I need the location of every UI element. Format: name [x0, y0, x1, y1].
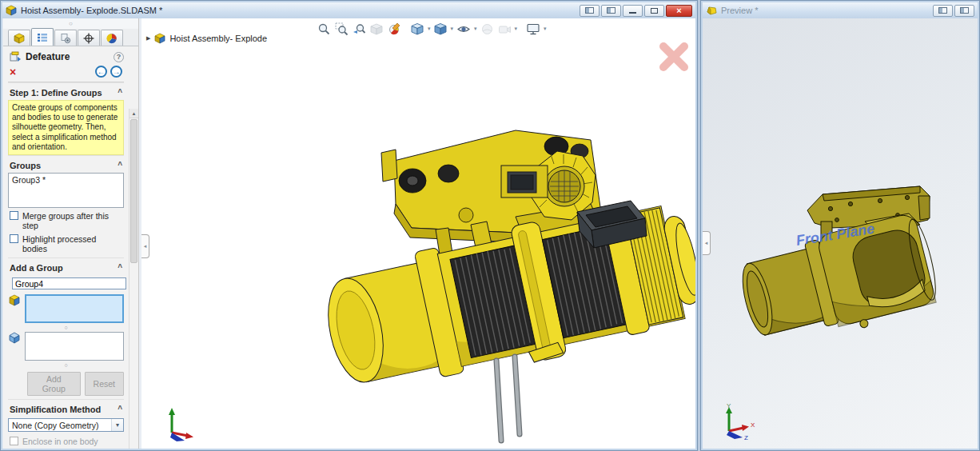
- simplification-method-dropdown[interactable]: None (Copy Geometry) ▾: [8, 418, 124, 432]
- assembly-icon: [14, 33, 25, 44]
- components-selection-icon: [8, 294, 21, 306]
- scroll-up-arrow[interactable]: ▲: [129, 109, 138, 118]
- chevron-down-icon: ▾: [111, 419, 123, 431]
- panel-drag-handle[interactable]: ○: [3, 18, 138, 29]
- restore-icon: [651, 8, 658, 14]
- groups-section-header[interactable]: Groups ^: [8, 155, 124, 173]
- close-button[interactable]: ×: [666, 5, 692, 17]
- property-list-icon: [37, 32, 48, 43]
- preview-graphics-area[interactable]: ◂: [703, 18, 978, 449]
- preview-window-titlebar[interactable]: Preview *: [703, 2, 978, 18]
- chevron-up-icon[interactable]: ^: [118, 406, 122, 413]
- panel-scrollbar[interactable]: ▲: [129, 109, 138, 449]
- chevron-up-icon[interactable]: ^: [118, 265, 122, 271]
- back-step-button[interactable]: ←: [95, 66, 107, 78]
- pane-icon: [585, 7, 594, 14]
- hoist-assembly-model[interactable]: [141, 18, 695, 449]
- close-icon: ×: [676, 6, 681, 15]
- merge-groups-checkbox-row[interactable]: Merge groups after this step: [8, 208, 124, 231]
- group-name-input[interactable]: [12, 277, 126, 289]
- checkbox-disabled: [10, 437, 18, 445]
- components-selection-box[interactable]: [25, 294, 124, 323]
- scrollbar-thumb[interactable]: [130, 119, 137, 263]
- tab-display-manager[interactable]: [101, 30, 123, 46]
- dimxpert-icon: [83, 33, 94, 44]
- step1-section-header[interactable]: Step 1: Define Groups ^: [8, 82, 124, 100]
- graphics-area[interactable]: ◂ ▶ Hoist Assembly- Explode: [141, 18, 695, 449]
- next-step-button[interactable]: →: [110, 66, 122, 78]
- bodies-selection-icon: [8, 332, 21, 344]
- simplification-section-header[interactable]: Simplification Method ^: [8, 399, 124, 417]
- preview-window: Preview * ◂: [700, 0, 980, 451]
- bodies-selection-box[interactable]: [25, 332, 124, 361]
- panel-tabstrip: [3, 29, 138, 46]
- groups-listbox[interactable]: Group3 *: [8, 173, 124, 208]
- reset-button[interactable]: Reset: [85, 372, 124, 396]
- minimize-button[interactable]: [623, 5, 643, 17]
- cancel-icon[interactable]: ×: [10, 67, 16, 77]
- minimize-icon: [629, 12, 636, 14]
- window-title: Hoist Assembly- Explode.SLDASM *: [21, 6, 162, 15]
- preview-model[interactable]: Front Plane: [703, 18, 978, 449]
- assembly-icon: [6, 5, 17, 16]
- group-list-item[interactable]: Group3 *: [12, 175, 120, 185]
- solidworks-app: Hoist Assembly- Explode.SLDASM * × ○: [0, 0, 980, 451]
- pane-icon: [938, 7, 947, 14]
- restore-button[interactable]: [644, 5, 664, 17]
- orientation-triad: Y X Z: [715, 401, 763, 441]
- checkbox-unchecked[interactable]: [10, 234, 18, 243]
- chevron-up-icon[interactable]: ^: [118, 90, 122, 96]
- tile-pane-left-button[interactable]: [933, 5, 953, 17]
- step1-info-note: Create groups of components and bodies t…: [8, 100, 124, 155]
- chevron-up-icon[interactable]: ^: [118, 162, 122, 169]
- pane-icon: [960, 7, 969, 14]
- ignore-small-bodies-checkbox-row: Ignore small bodies (% of assembly size): [8, 447, 124, 449]
- add-group-button[interactable]: Add Group: [27, 372, 81, 396]
- display-manager-icon: [106, 33, 118, 44]
- checkbox-unchecked[interactable]: [10, 211, 18, 220]
- tile-pane-right-button[interactable]: [954, 5, 974, 17]
- highlight-bodies-label: Highlight processed bodies: [22, 234, 122, 253]
- tile-pane-left-button[interactable]: [580, 5, 600, 17]
- tile-pane-right-button[interactable]: [601, 5, 621, 17]
- enclose-checkbox-row: Enclose in one body: [8, 433, 124, 447]
- merge-groups-label: Merge groups after this step: [22, 211, 122, 230]
- defeature-icon: [10, 51, 22, 62]
- configuration-icon: [60, 33, 71, 44]
- panel-title: Defeature: [26, 51, 70, 62]
- pane-icon: [607, 7, 615, 14]
- tab-dimxpert[interactable]: [78, 30, 100, 46]
- property-manager-panel: ○: [3, 18, 139, 449]
- window-title: Preview *: [721, 6, 758, 15]
- highlight-bodies-checkbox-row[interactable]: Highlight processed bodies: [8, 231, 124, 254]
- triad-z-label: Z: [744, 434, 748, 441]
- help-icon[interactable]: ?: [114, 52, 124, 62]
- model-window-titlebar[interactable]: Hoist Assembly- Explode.SLDASM * ×: [2, 2, 695, 18]
- tab-configuration-manager[interactable]: [54, 30, 77, 46]
- add-group-section-header[interactable]: Add a Group ^: [8, 257, 124, 275]
- tab-feature-manager[interactable]: [8, 30, 30, 46]
- part-icon: [706, 6, 717, 16]
- model-window: Hoist Assembly- Explode.SLDASM * × ○: [0, 0, 698, 451]
- triad-x-label: X: [751, 421, 755, 429]
- tab-property-manager[interactable]: [31, 28, 54, 46]
- enclose-label: Enclose in one body: [22, 437, 98, 446]
- orientation-triad: [161, 405, 197, 442]
